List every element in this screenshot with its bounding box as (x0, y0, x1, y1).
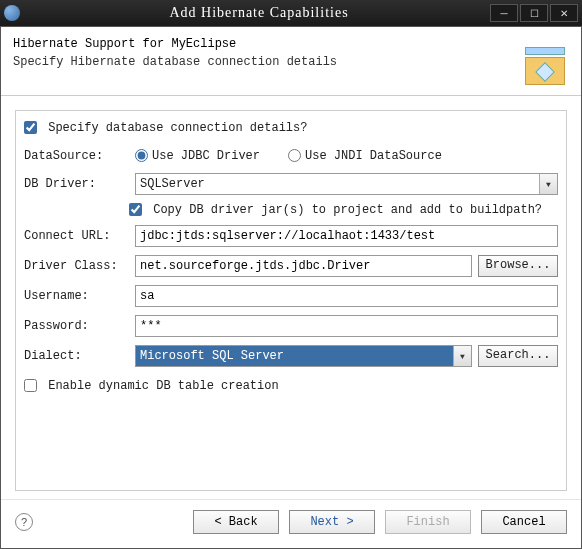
header-heading: Hibernate Support for MyEclipse (13, 37, 521, 51)
copy-driver-checkbox[interactable]: Copy DB driver jar(s) to project and add… (129, 203, 542, 217)
browse-button[interactable]: Browse... (478, 255, 558, 277)
dialect-combo[interactable]: Microsoft SQL Server ▼ (135, 345, 472, 367)
close-button[interactable]: ✕ (550, 4, 578, 22)
driverclass-label: Driver Class: (24, 259, 129, 273)
driverclass-input[interactable] (135, 255, 472, 277)
titlebar: Add Hibernate Capabilities ─ ☐ ✕ (0, 0, 582, 26)
password-label: Password: (24, 319, 129, 333)
ds-radio-jndi[interactable]: Use JNDI DataSource (288, 149, 442, 163)
minimize-button[interactable]: ─ (490, 4, 518, 22)
dbdriver-label: DB Driver: (24, 177, 129, 191)
search-button[interactable]: Search... (478, 345, 558, 367)
finish-button: Finish (385, 510, 471, 534)
username-input[interactable] (135, 285, 558, 307)
cancel-button[interactable]: Cancel (481, 510, 567, 534)
hibernate-icon (521, 37, 569, 85)
dialog-footer: ? < Back Next > Finish Cancel (1, 499, 581, 548)
content-pane: Specify database connection details? Dat… (15, 110, 567, 491)
help-icon[interactable]: ? (15, 513, 33, 531)
connecturl-label: Connect URL: (24, 229, 129, 243)
copy-driver-label: Copy DB driver jar(s) to project and add… (153, 203, 542, 217)
password-input[interactable] (135, 315, 558, 337)
username-label: Username: (24, 289, 129, 303)
dynamic-tables-checkbox[interactable]: Enable dynamic DB table creation (24, 379, 279, 393)
specify-checkbox[interactable]: Specify database connection details? (24, 121, 307, 135)
chevron-down-icon[interactable]: ▼ (539, 174, 557, 194)
specify-label: Specify database connection details? (48, 121, 307, 135)
ds-radio-jdbc[interactable]: Use JDBC Driver (135, 149, 260, 163)
window-title: Add Hibernate Capabilities (28, 5, 490, 21)
chevron-down-icon[interactable]: ▼ (453, 346, 471, 366)
header-sub: Specify Hibernate database connection de… (13, 55, 521, 69)
dialog-header: Hibernate Support for MyEclipse Specify … (1, 27, 581, 96)
back-button[interactable]: < Back (193, 510, 279, 534)
dbdriver-combo[interactable]: SQLServer ▼ (135, 173, 558, 195)
dbdriver-value: SQLServer (136, 174, 539, 194)
maximize-button[interactable]: ☐ (520, 4, 548, 22)
datasource-label: DataSource: (24, 149, 129, 163)
dialect-value: Microsoft SQL Server (136, 346, 453, 366)
dialog: Hibernate Support for MyEclipse Specify … (0, 26, 582, 549)
connecturl-input[interactable] (135, 225, 558, 247)
next-button[interactable]: Next > (289, 510, 375, 534)
app-icon (4, 5, 20, 21)
dialect-label: Dialect: (24, 349, 129, 363)
dynamic-tables-label: Enable dynamic DB table creation (48, 379, 278, 393)
